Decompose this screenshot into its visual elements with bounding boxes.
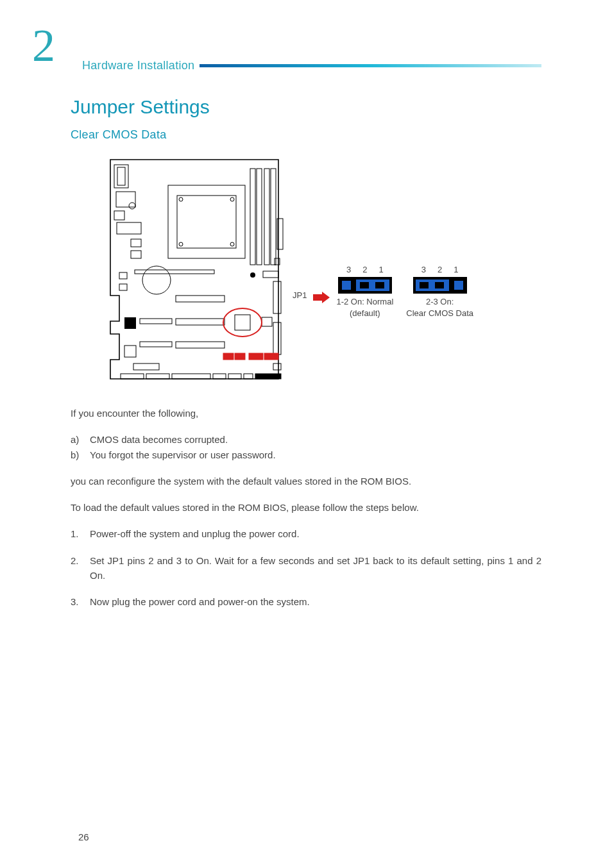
step-1: 1. Power-off the system and unplug the p… bbox=[71, 526, 541, 541]
svg-rect-0 bbox=[114, 165, 128, 188]
step-2: 2. Set JP1 pins 2 and 3 to On. Wait for … bbox=[71, 553, 541, 583]
pin-label-1b: 1 bbox=[454, 265, 458, 274]
step-1-text: Power-off the system and unplug the powe… bbox=[90, 526, 541, 541]
svg-point-35 bbox=[223, 308, 262, 337]
svg-point-8 bbox=[142, 266, 171, 294]
chapter-title-small: Hardware Installation bbox=[82, 59, 194, 72]
condition-b: b) You forgot the supervisor or user pas… bbox=[71, 447, 541, 462]
jp1-label: JP1 bbox=[293, 290, 307, 300]
svg-rect-28 bbox=[140, 342, 172, 347]
svg-rect-59 bbox=[435, 282, 444, 288]
step-2-text: Set JP1 pins 2 and 3 to On. Wait for a f… bbox=[90, 553, 541, 583]
pin-label-1: 1 bbox=[378, 265, 383, 274]
svg-rect-24 bbox=[176, 296, 225, 302]
svg-rect-25 bbox=[176, 319, 225, 325]
svg-rect-45 bbox=[213, 374, 226, 379]
svg-rect-7 bbox=[131, 251, 141, 258]
svg-rect-34 bbox=[235, 315, 250, 330]
svg-rect-26 bbox=[176, 342, 225, 348]
jumper-normal-line1: 1-2 On: Normal bbox=[336, 296, 393, 308]
svg-rect-43 bbox=[146, 374, 169, 379]
chapter-header-row: Hardware Installation bbox=[82, 59, 541, 72]
svg-rect-31 bbox=[273, 281, 281, 313]
condition-b-label: b) bbox=[71, 447, 90, 462]
step-2-label: 2. bbox=[71, 553, 90, 583]
svg-rect-36 bbox=[223, 353, 234, 360]
pin-label-2b: 2 bbox=[438, 265, 442, 274]
figure-row: JP1 3 2 1 bbox=[95, 156, 541, 383]
svg-rect-47 bbox=[244, 374, 253, 379]
svg-rect-33 bbox=[262, 317, 272, 326]
step-3: 3. Now plug the power cord and power-on … bbox=[71, 594, 541, 609]
pin-label-3: 3 bbox=[346, 265, 351, 274]
svg-rect-2 bbox=[116, 192, 135, 207]
svg-rect-55 bbox=[375, 282, 384, 288]
steps-intro-paragraph: To load the default values stored in the… bbox=[71, 500, 541, 515]
step-1-label: 1. bbox=[71, 526, 90, 541]
svg-point-12 bbox=[230, 197, 234, 201]
svg-rect-41 bbox=[133, 363, 159, 370]
body-text: If you encounter the following, a) CMOS … bbox=[71, 406, 541, 609]
post-conditions-paragraph: you can reconfigure the system with the … bbox=[71, 474, 541, 488]
intro-paragraph: If you encounter the following, bbox=[71, 406, 541, 421]
svg-rect-32 bbox=[273, 322, 281, 355]
svg-rect-10 bbox=[177, 196, 236, 248]
svg-rect-40 bbox=[273, 363, 281, 370]
svg-rect-48 bbox=[255, 374, 281, 379]
svg-rect-6 bbox=[131, 239, 141, 247]
jumper-pins-normal-icon bbox=[338, 277, 392, 294]
svg-point-4 bbox=[129, 203, 135, 209]
step-3-label: 3. bbox=[71, 594, 90, 609]
svg-rect-49 bbox=[119, 272, 127, 279]
svg-rect-58 bbox=[420, 282, 429, 288]
motherboard-diagram bbox=[95, 156, 286, 383]
svg-rect-5 bbox=[117, 222, 141, 234]
conditions-list: a) CMOS data becomes corrupted. b) You f… bbox=[71, 432, 541, 462]
pin-labels-clear: 3 2 1 bbox=[421, 265, 459, 274]
chapter-number: 2 bbox=[32, 19, 55, 72]
condition-b-text: You forgot the supervisor or user passwo… bbox=[90, 447, 276, 462]
pin-label-3b: 3 bbox=[421, 265, 426, 274]
motherboard-svg bbox=[95, 156, 286, 383]
step-3-text: Now plug the power cord and power-on the… bbox=[90, 594, 541, 609]
page-number: 26 bbox=[78, 831, 89, 842]
jumper-normal-line2: (default) bbox=[336, 308, 393, 319]
jumper-state-normal: 3 2 1 1-2 On: Normal (default) bbox=[336, 265, 393, 319]
svg-rect-29 bbox=[124, 346, 136, 357]
pin-label-2: 2 bbox=[362, 265, 367, 274]
svg-rect-37 bbox=[235, 353, 245, 360]
svg-rect-42 bbox=[121, 374, 144, 379]
arrow-icon bbox=[313, 292, 330, 303]
svg-rect-30 bbox=[124, 317, 136, 329]
jumper-clear-line2: Clear CMOS Data bbox=[406, 308, 473, 319]
condition-a: a) CMOS data becomes corrupted. bbox=[71, 432, 541, 447]
jumper-clear-line1: 2-3 On: bbox=[406, 296, 473, 308]
header-gradient-rule bbox=[200, 64, 541, 67]
svg-rect-3 bbox=[114, 211, 124, 220]
svg-rect-60 bbox=[454, 281, 463, 290]
svg-point-13 bbox=[179, 242, 183, 246]
svg-point-11 bbox=[179, 197, 183, 201]
svg-rect-27 bbox=[140, 319, 172, 324]
svg-point-14 bbox=[230, 242, 234, 246]
subsection-heading-clear-cmos: Clear CMOS Data bbox=[71, 128, 541, 142]
svg-rect-54 bbox=[360, 282, 369, 288]
svg-point-22 bbox=[250, 272, 255, 278]
svg-rect-50 bbox=[119, 284, 127, 290]
svg-rect-38 bbox=[249, 353, 263, 360]
svg-rect-52 bbox=[342, 281, 351, 290]
svg-rect-9 bbox=[168, 185, 245, 258]
svg-rect-1 bbox=[117, 167, 125, 185]
jumper-pins-clear-icon bbox=[413, 277, 467, 294]
svg-rect-17 bbox=[264, 169, 269, 265]
svg-rect-21 bbox=[263, 271, 278, 278]
steps-list: 1. Power-off the system and unplug the p… bbox=[71, 526, 541, 609]
jumper-state-clear: 3 2 1 2-3 On: Clear CMOS Data bbox=[406, 265, 473, 319]
condition-a-label: a) bbox=[71, 432, 90, 447]
svg-rect-46 bbox=[228, 374, 241, 379]
svg-rect-44 bbox=[172, 374, 210, 379]
svg-rect-16 bbox=[257, 169, 262, 265]
svg-rect-18 bbox=[271, 169, 276, 265]
svg-rect-15 bbox=[250, 169, 255, 265]
svg-rect-39 bbox=[264, 353, 278, 360]
